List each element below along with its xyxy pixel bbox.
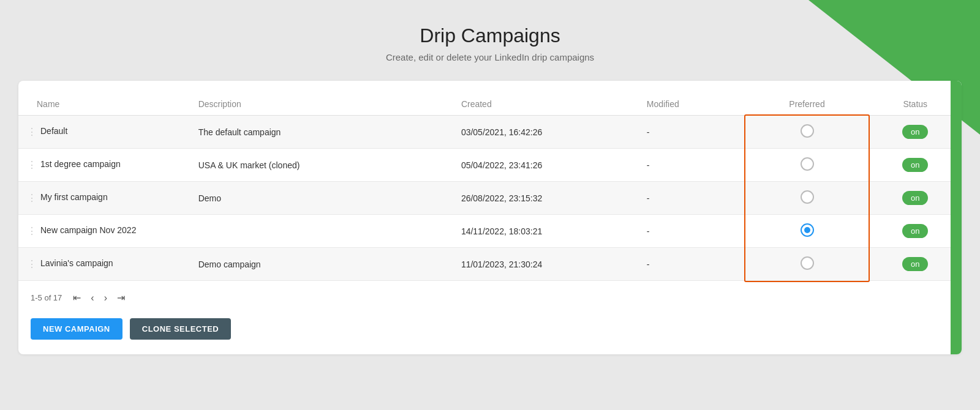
preferred-radio-3[interactable] <box>801 190 814 204</box>
cell-preferred-2[interactable] <box>745 149 869 182</box>
preferred-radio-5[interactable] <box>801 256 814 270</box>
cell-description-3: Demo <box>189 182 451 215</box>
cell-preferred-1[interactable] <box>745 116 869 149</box>
table-row: ⋮My first campaign Demo 26/08/2022, 23:1… <box>18 182 962 215</box>
drag-handle-3[interactable]: ⋮ <box>27 192 37 204</box>
table-row: ⋮Default The default campaign 03/05/2021… <box>18 116 962 149</box>
drag-handle-1[interactable]: ⋮ <box>27 126 37 138</box>
col-header-name: Name <box>18 93 189 116</box>
preferred-radio-4[interactable] <box>801 223 814 237</box>
col-header-created: Created <box>451 93 637 116</box>
cell-preferred-3[interactable] <box>745 182 869 215</box>
col-header-preferred: Preferred <box>745 93 869 116</box>
cell-name-2: ⋮1st degree campaign <box>18 149 189 182</box>
status-badge-5: on <box>902 257 928 271</box>
page-title: Drip Campaigns <box>0 24 980 47</box>
page-header: Drip Campaigns Create, edit or delete yo… <box>0 0 980 81</box>
cell-modified-1: - <box>637 116 745 149</box>
cell-description-2: USA & UK market (cloned) <box>189 149 451 182</box>
table-row: ⋮Lavinia's campaign Demo campaign 11/01/… <box>18 248 962 281</box>
cell-created-1: 03/05/2021, 16:42:26 <box>451 116 637 149</box>
col-header-description: Description <box>189 93 451 116</box>
drag-handle-2[interactable]: ⋮ <box>27 159 37 171</box>
status-badge-3: on <box>902 191 928 205</box>
col-header-modified: Modified <box>637 93 745 116</box>
cell-modified-3: - <box>637 182 745 215</box>
page-subtitle: Create, edit or delete your LinkedIn dri… <box>0 52 980 62</box>
cell-modified-4: - <box>637 215 745 248</box>
cell-created-5: 11/01/2023, 21:30:24 <box>451 248 637 281</box>
main-card: Name Description Created Modified Prefer… <box>18 81 962 354</box>
status-badge-1: on <box>902 125 928 139</box>
pagination-first-button[interactable]: ⇤ <box>69 289 85 306</box>
cell-status-5: on <box>869 248 962 281</box>
table-container: Name Description Created Modified Prefer… <box>18 93 962 281</box>
cell-status-2: on <box>869 149 962 182</box>
new-campaign-button[interactable]: NEW CAMPAIGN <box>31 318 123 340</box>
cell-name-4: ⋮New campaign Nov 2022 <box>18 215 189 248</box>
cell-created-3: 26/08/2022, 23:15:32 <box>451 182 637 215</box>
table-header-row: Name Description Created Modified Prefer… <box>18 93 962 116</box>
col-header-status: Status <box>869 93 962 116</box>
footer-actions: NEW CAMPAIGN CLONE SELECTED <box>18 306 962 340</box>
card-green-accent <box>951 81 962 354</box>
status-badge-2: on <box>902 158 928 172</box>
clone-selected-button[interactable]: CLONE SELECTED <box>130 318 231 340</box>
preferred-radio-2[interactable] <box>801 157 814 171</box>
pagination-info: 1-5 of 17 <box>31 293 62 302</box>
cell-description-5: Demo campaign <box>189 248 451 281</box>
cell-description-4 <box>189 215 451 248</box>
pagination-next-button[interactable]: › <box>100 290 111 306</box>
cell-created-2: 05/04/2022, 23:41:26 <box>451 149 637 182</box>
cell-status-3: on <box>869 182 962 215</box>
drag-handle-5[interactable]: ⋮ <box>27 258 37 270</box>
drag-handle-4[interactable]: ⋮ <box>27 225 37 237</box>
preferred-radio-1[interactable] <box>801 124 814 138</box>
cell-created-4: 14/11/2022, 18:03:21 <box>451 215 637 248</box>
campaigns-table: Name Description Created Modified Prefer… <box>18 93 962 281</box>
cell-name-1: ⋮Default <box>18 116 189 149</box>
pagination-row: 1-5 of 17 ⇤ ‹ › ⇥ <box>18 281 962 306</box>
pagination-last-button[interactable]: ⇥ <box>113 289 129 306</box>
cell-modified-5: - <box>637 248 745 281</box>
status-badge-4: on <box>902 224 928 238</box>
cell-modified-2: - <box>637 149 745 182</box>
cell-description-1: The default campaign <box>189 116 451 149</box>
cell-name-5: ⋮Lavinia's campaign <box>18 248 189 281</box>
pagination-prev-button[interactable]: ‹ <box>87 290 97 306</box>
table-row: ⋮New campaign Nov 2022 14/11/2022, 18:03… <box>18 215 962 248</box>
cell-status-4: on <box>869 215 962 248</box>
cell-name-3: ⋮My first campaign <box>18 182 189 215</box>
cell-preferred-4[interactable] <box>745 215 869 248</box>
table-row: ⋮1st degree campaign USA & UK market (cl… <box>18 149 962 182</box>
cell-preferred-5[interactable] <box>745 248 869 281</box>
cell-status-1: on <box>869 116 962 149</box>
